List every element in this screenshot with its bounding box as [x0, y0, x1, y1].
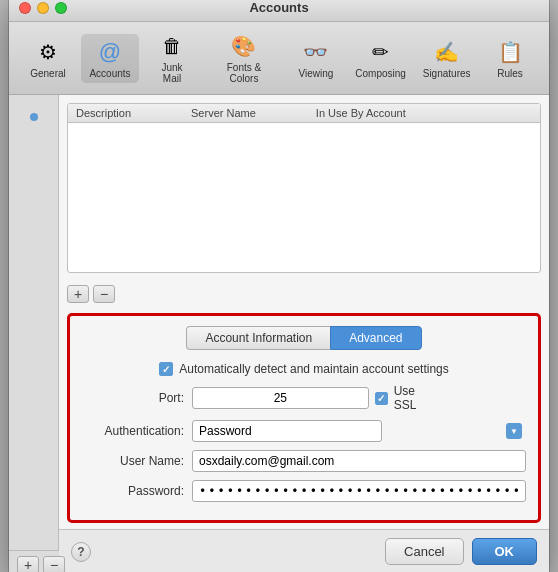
toolbar-label-junk-mail: Junk Mail [151, 62, 193, 84]
composing-icon: ✏ [367, 38, 395, 66]
sidebar [9, 95, 59, 550]
advanced-panel: Account Information Advanced Automatical… [67, 313, 541, 523]
use-ssl-checkbox[interactable] [375, 392, 388, 405]
table-header: Description Server Name In Use By Accoun… [68, 104, 540, 123]
username-input[interactable] [192, 450, 526, 472]
password-row: Password: [82, 480, 526, 502]
toolbar-item-general[interactable]: ⚙ General [19, 34, 77, 83]
toolbar-item-rules[interactable]: 📋 Rules [481, 34, 539, 83]
use-ssl-label: Use SSL [394, 384, 429, 412]
col-in-use: In Use By Account [316, 107, 406, 119]
auto-detect-row: Automatically detect and maintain accoun… [82, 362, 526, 376]
toolbar-item-accounts[interactable]: @ Accounts [81, 34, 139, 83]
ok-button[interactable]: OK [472, 538, 538, 565]
toolbar-label-rules: Rules [497, 68, 523, 79]
toolbar-label-composing: Composing [355, 68, 406, 79]
auth-select[interactable]: Password MD5 Challenge-Response NTLM Ker… [192, 420, 382, 442]
username-row: User Name: [82, 450, 526, 472]
window-title: Accounts [249, 0, 308, 15]
rules-icon: 📋 [496, 38, 524, 66]
bottom-bar: ? Cancel OK [59, 529, 549, 572]
main-window: Accounts ⚙ General @ Accounts 🗑 Junk Mai… [9, 0, 549, 572]
add-sidebar-button[interactable]: + [17, 556, 39, 573]
toolbar-item-fonts-colors[interactable]: 🎨 Fonts & Colors [205, 28, 283, 88]
action-buttons: Cancel OK [385, 538, 537, 565]
select-arrow-icon [506, 423, 522, 439]
toolbar: ⚙ General @ Accounts 🗑 Junk Mail 🎨 Fonts… [9, 22, 549, 95]
table-body [68, 123, 540, 253]
accounts-icon: @ [96, 38, 124, 66]
auto-detect-label: Automatically detect and maintain accoun… [179, 362, 448, 376]
cancel-button[interactable]: Cancel [385, 538, 463, 565]
fonts-colors-icon: 🎨 [230, 32, 258, 60]
auth-label: Authentication: [82, 424, 192, 438]
toolbar-label-viewing: Viewing [298, 68, 333, 79]
toolbar-item-junk-mail[interactable]: 🗑 Junk Mail [143, 28, 201, 88]
close-button[interactable] [19, 2, 31, 14]
remove-sidebar-button[interactable]: − [43, 556, 65, 573]
toolbar-item-signatures[interactable]: ✍ Signatures [416, 34, 477, 83]
general-icon: ⚙ [34, 38, 62, 66]
junk-mail-icon: 🗑 [158, 32, 186, 60]
accounts-table: Description Server Name In Use By Accoun… [67, 103, 541, 273]
auth-row: Authentication: Password MD5 Challenge-R… [82, 420, 526, 442]
toolbar-item-viewing[interactable]: 👓 Viewing [287, 34, 345, 83]
add-account-button[interactable]: + [67, 285, 89, 303]
signatures-icon: ✍ [433, 38, 461, 66]
password-label: Password: [82, 484, 192, 498]
toolbar-label-fonts-colors: Fonts & Colors [213, 62, 275, 84]
panel: Description Server Name In Use By Accoun… [59, 95, 549, 550]
auth-field: Password MD5 Challenge-Response NTLM Ker… [192, 420, 526, 442]
username-label: User Name: [82, 454, 192, 468]
port-field-group: Use SSL [192, 384, 428, 412]
viewing-icon: 👓 [302, 38, 330, 66]
tabs-row: Account Information Advanced [82, 326, 526, 350]
password-input[interactable] [192, 480, 526, 502]
port-input[interactable] [192, 387, 369, 409]
toolbar-label-accounts: Accounts [89, 68, 130, 79]
minimize-button[interactable] [37, 2, 49, 14]
username-field [192, 450, 526, 472]
main-content: Description Server Name In Use By Accoun… [9, 95, 549, 550]
toolbar-label-general: General [30, 68, 66, 79]
auth-select-wrap: Password MD5 Challenge-Response NTLM Ker… [192, 420, 526, 442]
remove-account-button[interactable]: − [93, 285, 115, 303]
toolbar-item-composing[interactable]: ✏ Composing [349, 34, 412, 83]
title-bar: Accounts [9, 0, 549, 22]
auto-detect-checkbox[interactable] [159, 362, 173, 376]
maximize-button[interactable] [55, 2, 67, 14]
toolbar-label-signatures: Signatures [423, 68, 471, 79]
sidebar-account-dot[interactable] [30, 113, 38, 121]
password-field [192, 480, 526, 502]
tab-account-information[interactable]: Account Information [186, 326, 330, 350]
traffic-lights [19, 2, 67, 14]
tab-advanced[interactable]: Advanced [330, 326, 421, 350]
port-row: Port: Use SSL [82, 384, 526, 412]
col-server-name: Server Name [191, 107, 256, 119]
table-buttons: + − [59, 281, 549, 307]
port-label: Port: [82, 391, 192, 405]
col-description: Description [76, 107, 131, 119]
help-button[interactable]: ? [71, 542, 91, 562]
